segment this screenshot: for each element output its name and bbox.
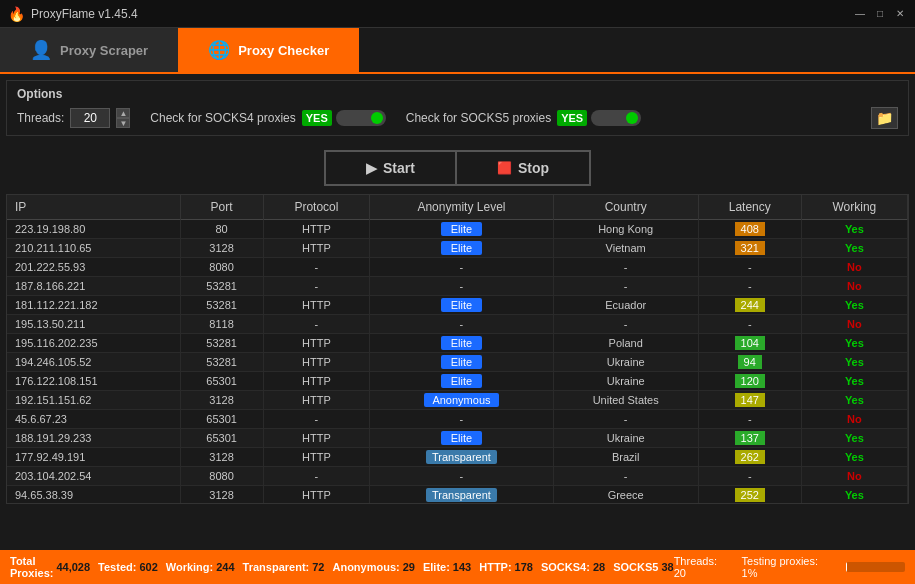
- col-country: Country: [553, 195, 698, 220]
- stat-working-value: 244: [216, 561, 234, 573]
- latency-value: 137: [735, 431, 765, 445]
- col-ip: IP: [7, 195, 180, 220]
- socks4-toggle-label: YES: [302, 110, 332, 126]
- anonymity-badge: Elite: [441, 431, 482, 445]
- cell-port: 53281: [180, 296, 263, 315]
- col-anonymity: Anonymity Level: [370, 195, 553, 220]
- stat-anonymous: Anonymous: 29: [332, 561, 414, 573]
- minimize-button[interactable]: —: [853, 7, 867, 21]
- working-status: No: [847, 413, 862, 425]
- table-header-row: IP Port Protocol Anonymity Level Country…: [7, 195, 908, 220]
- tab-proxy-checker[interactable]: 🌐 Proxy Checker: [178, 28, 359, 72]
- cell-protocol: HTTP: [263, 372, 370, 391]
- options-title: Options: [17, 87, 898, 101]
- start-label: Start: [383, 160, 415, 176]
- stat-socks4: SOCKS4: 28: [541, 561, 605, 573]
- maximize-button[interactable]: □: [873, 7, 887, 21]
- table-body: 223.19.198.80 80 HTTP Elite Hong Kong 40…: [7, 220, 908, 505]
- cell-protocol: -: [263, 410, 370, 429]
- cell-protocol: -: [263, 277, 370, 296]
- latency-value: 244: [735, 298, 765, 312]
- stat-transparent: Transparent: 72: [243, 561, 325, 573]
- table-row: 203.104.202.54 8080 - - - - No: [7, 467, 908, 486]
- stat-anonymous-value: 29: [403, 561, 415, 573]
- cell-ip: 188.191.29.233: [7, 429, 180, 448]
- working-status: No: [847, 318, 862, 330]
- threads-up-button[interactable]: ▲: [116, 108, 130, 118]
- cell-protocol: HTTP: [263, 429, 370, 448]
- cell-country: Poland: [553, 334, 698, 353]
- cell-port: 65301: [180, 410, 263, 429]
- cell-anonymity: Transparent: [370, 486, 553, 505]
- cell-port: 8080: [180, 467, 263, 486]
- cell-port: 3128: [180, 239, 263, 258]
- cell-port: 3128: [180, 486, 263, 505]
- stat-socks4-value: 28: [593, 561, 605, 573]
- socks5-toggle-track: [591, 110, 641, 126]
- cell-port: 8080: [180, 258, 263, 277]
- cell-ip: 201.222.55.93: [7, 258, 180, 277]
- cell-anonymity: -: [370, 410, 553, 429]
- anonymity-badge: Transparent: [426, 450, 497, 464]
- cell-ip: 194.246.105.52: [7, 353, 180, 372]
- table-row: 188.191.29.233 65301 HTTP Elite Ukraine …: [7, 429, 908, 448]
- working-status: Yes: [845, 489, 864, 501]
- cell-anonymity: Elite: [370, 334, 553, 353]
- close-button[interactable]: ✕: [893, 7, 907, 21]
- cell-port: 53281: [180, 277, 263, 296]
- stat-total: Total Proxies: 44,028: [10, 555, 90, 579]
- stat-tested-label: Tested:: [98, 561, 136, 573]
- col-latency: Latency: [698, 195, 801, 220]
- stat-anonymous-label: Anonymous:: [332, 561, 399, 573]
- cell-port: 3128: [180, 391, 263, 410]
- cell-working: Yes: [801, 239, 907, 258]
- tab-scraper-label: Proxy Scraper: [60, 43, 148, 58]
- progress-fill: [846, 562, 847, 572]
- threads-input[interactable]: [70, 108, 110, 128]
- stat-elite-label: Elite:: [423, 561, 450, 573]
- cell-working: No: [801, 277, 907, 296]
- cell-working: Yes: [801, 220, 907, 239]
- anonymity-badge: Elite: [441, 241, 482, 255]
- cell-anonymity: -: [370, 467, 553, 486]
- stop-icon: 🟥: [497, 161, 512, 175]
- cell-latency: -: [698, 467, 801, 486]
- tab-proxy-scraper[interactable]: 👤 Proxy Scraper: [0, 28, 178, 72]
- anonymity-badge: Elite: [441, 355, 482, 369]
- cell-latency: 408: [698, 220, 801, 239]
- cell-country: -: [553, 467, 698, 486]
- cell-ip: 192.151.151.62: [7, 391, 180, 410]
- cell-working: No: [801, 467, 907, 486]
- start-button[interactable]: ▶ Start: [324, 150, 457, 186]
- cell-anonymity: Elite: [370, 296, 553, 315]
- proxy-table: IP Port Protocol Anonymity Level Country…: [7, 195, 908, 504]
- cell-protocol: HTTP: [263, 391, 370, 410]
- socks5-toggle[interactable]: YES: [557, 110, 641, 126]
- cell-country: -: [553, 410, 698, 429]
- cell-country: Ukraine: [553, 429, 698, 448]
- anonymity-badge: Elite: [441, 298, 482, 312]
- folder-button[interactable]: 📁: [871, 107, 898, 129]
- threads-down-button[interactable]: ▼: [116, 118, 130, 128]
- cell-port: 65301: [180, 372, 263, 391]
- working-status: Yes: [845, 451, 864, 463]
- cell-latency: 321: [698, 239, 801, 258]
- working-status: No: [847, 470, 862, 482]
- proxy-table-container[interactable]: IP Port Protocol Anonymity Level Country…: [6, 194, 909, 504]
- socks4-toggle[interactable]: YES: [302, 110, 386, 126]
- cell-latency: 94: [698, 353, 801, 372]
- status-left: Total Proxies: 44,028 Tested: 602 Workin…: [10, 555, 674, 579]
- cell-protocol: HTTP: [263, 239, 370, 258]
- title-bar-left: 🔥 ProxyFlame v1.45.4: [8, 6, 138, 22]
- cell-country: Greece: [553, 486, 698, 505]
- table-row: 94.65.38.39 3128 HTTP Transparent Greece…: [7, 486, 908, 505]
- tab-checker-label: Proxy Checker: [238, 43, 329, 58]
- cell-working: Yes: [801, 372, 907, 391]
- cell-anonymity: Elite: [370, 372, 553, 391]
- stop-button[interactable]: 🟥 Stop: [457, 150, 591, 186]
- cell-anonymity: Elite: [370, 239, 553, 258]
- table-row: 194.246.105.52 53281 HTTP Elite Ukraine …: [7, 353, 908, 372]
- socks4-label: Check for SOCKS4 proxies: [150, 111, 295, 125]
- cell-ip: 181.112.221.182: [7, 296, 180, 315]
- table-header: IP Port Protocol Anonymity Level Country…: [7, 195, 908, 220]
